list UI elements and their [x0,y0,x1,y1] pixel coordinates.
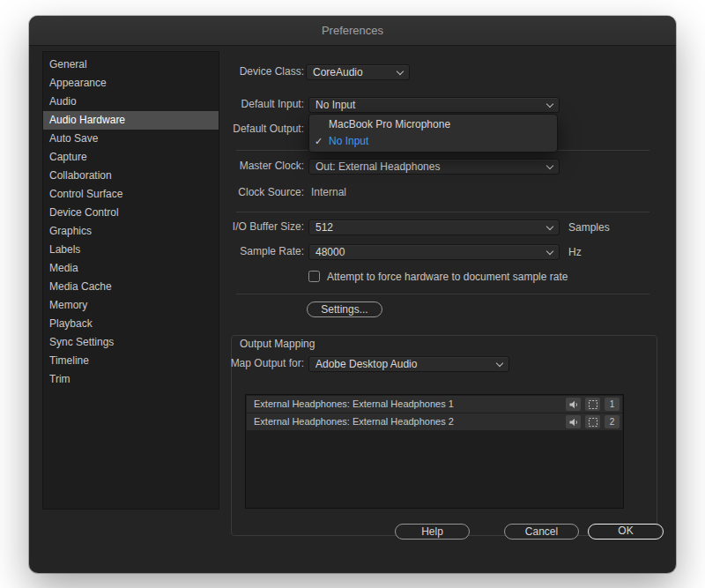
force-sample-rate-checkbox[interactable] [308,271,320,282]
map-output-for-dropdown[interactable]: Adobe Desktop Audio [308,356,509,372]
output-mapping-row[interactable]: External Headphones: External Headphones… [247,413,622,430]
io-buffer-size-label: I/O Buffer Size: [117,220,304,234]
window-title: Preferences [322,24,383,37]
chevron-down-icon [546,162,553,169]
clock-source-label: Clock Source: [117,185,304,200]
sample-rate-value: 48000 [315,246,345,258]
output-mapping-list: External Headphones: External Headphones… [245,394,624,509]
sidebar-item-media-cache[interactable]: Media Cache [43,278,219,296]
device-class-value: CoreAudio [313,66,363,78]
output-mapping-title: Output Mapping [240,338,315,351]
map-output-for-value: Adobe Desktop Audio [315,358,417,370]
help-button[interactable]: Help [395,524,470,540]
menu-item-macbook-pro-microphone[interactable]: MacBook Pro Microphone [309,116,557,133]
device-class-label: Device Class: [117,64,304,79]
divider [236,212,649,212]
menu-item-no-input[interactable]: ✓ No Input [309,133,557,150]
ok-button[interactable]: OK [588,524,664,540]
sidebar-item-media[interactable]: Media [43,259,219,278]
sample-rate-dropdown[interactable]: 48000 [308,244,560,260]
sidebar-item-sync-settings[interactable]: Sync Settings [43,333,219,352]
speaker-icon[interactable] [566,398,581,411]
divider [236,294,649,294]
check-icon: ✓ [315,133,323,150]
io-buffer-size-dropdown[interactable]: 512 [308,220,560,235]
speaker-icon[interactable] [566,415,581,428]
clock-source-value: Internal [311,185,346,200]
default-input-open-menu: MacBook Pro Microphone ✓ No Input [308,114,558,153]
device-class-dropdown[interactable]: CoreAudio [306,64,410,80]
sidebar: General Appearance Audio Audio Hardware … [42,51,219,510]
cancel-button[interactable]: Cancel [504,524,579,540]
menu-item-label: No Input [329,135,368,147]
chevron-down-icon [546,248,553,255]
dashed-square-icon[interactable] [585,415,600,428]
io-buffer-size-unit: Samples [568,220,610,235]
master-clock-dropdown[interactable]: Out: External Headphones [308,159,560,175]
default-input-value: No Input [315,99,355,111]
default-input-label: Default Input: [117,97,304,112]
sample-rate-label: Sample Rate: [117,244,304,259]
preferences-window: Preferences General Appearance Audio Aud… [29,16,676,573]
master-clock-label: Master Clock: [117,159,304,174]
dashed-square-icon[interactable] [585,398,600,411]
output-mapping-row-label: External Headphones: External Headphones… [254,416,454,427]
map-output-for-label: Map Output for: [117,356,304,371]
sidebar-item-trim[interactable]: Trim [43,370,219,389]
output-mapping-row-label: External Headphones: External Headphones… [254,398,454,409]
master-clock-value: Out: External Headphones [315,160,440,173]
default-output-label: Default Output: [117,122,304,137]
chevron-down-icon [496,360,503,367]
chevron-down-icon [546,223,553,230]
chevron-down-icon [397,68,404,75]
sample-rate-unit: Hz [568,245,582,260]
settings-button[interactable]: Settings... [307,301,382,317]
channel-number-badge[interactable]: 1 [605,398,620,411]
io-buffer-size-value: 512 [315,221,333,234]
sidebar-item-playback[interactable]: Playback [43,315,219,333]
output-mapping-row[interactable]: External Headphones: External Headphones… [247,396,622,413]
force-sample-rate-label: Attempt to force hardware to document sa… [327,271,568,283]
titlebar[interactable]: Preferences [29,16,676,46]
chevron-down-icon [546,100,553,108]
sidebar-item-memory[interactable]: Memory [43,296,219,315]
default-input-dropdown[interactable]: No Input [308,97,560,113]
channel-number-badge[interactable]: 2 [605,415,620,428]
